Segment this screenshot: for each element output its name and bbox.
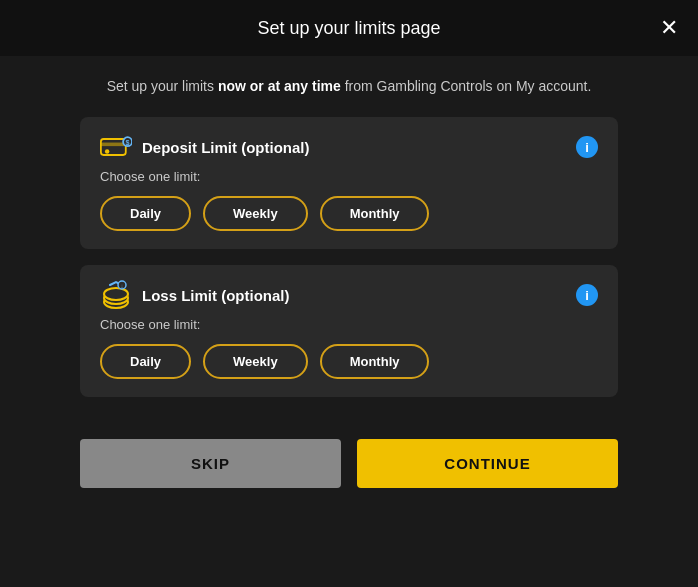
loss-weekly-button[interactable]: Weekly [203, 344, 308, 379]
modal-content: Set up your limits now or at any time fr… [0, 56, 698, 429]
close-button[interactable]: ✕ [660, 17, 678, 39]
deposit-limit-buttons: Daily Weekly Monthly [100, 196, 598, 231]
deposit-info-button[interactable]: i [576, 136, 598, 158]
modal-footer: SKIP CONTINUE [0, 429, 698, 504]
loss-card-header: ↓ Loss Limit (optional) i [100, 283, 598, 307]
intro-text-after: from Gambling Controls on My account. [341, 78, 592, 94]
loss-daily-button[interactable]: Daily [100, 344, 191, 379]
deposit-monthly-button[interactable]: Monthly [320, 196, 430, 231]
svg-text:$: $ [126, 139, 130, 147]
continue-button[interactable]: CONTINUE [357, 439, 618, 488]
loss-card-title: Loss Limit (optional) [142, 287, 290, 304]
loss-monthly-button[interactable]: Monthly [320, 344, 430, 379]
intro-text: Set up your limits now or at any time fr… [107, 76, 592, 97]
deposit-card-header: $ Deposit Limit (optional) i [100, 135, 598, 159]
deposit-card-title: Deposit Limit (optional) [142, 139, 309, 156]
loss-icon-svg: ↓ [100, 280, 132, 310]
svg-rect-1 [101, 143, 126, 147]
deposit-daily-button[interactable]: Daily [100, 196, 191, 231]
loss-title-row: ↓ Loss Limit (optional) [100, 283, 290, 307]
deposit-title-row: $ Deposit Limit (optional) [100, 135, 309, 159]
svg-point-7 [104, 288, 128, 300]
loss-limit-buttons: Daily Weekly Monthly [100, 344, 598, 379]
svg-text:↓: ↓ [121, 283, 124, 289]
loss-icon: ↓ [100, 283, 132, 307]
page-title: Set up your limits page [257, 18, 440, 39]
intro-text-bold: now or at any time [218, 78, 341, 94]
modal-header: Set up your limits page ✕ [0, 0, 698, 56]
deposit-icon: $ [100, 135, 132, 159]
skip-button[interactable]: SKIP [80, 439, 341, 488]
deposit-weekly-button[interactable]: Weekly [203, 196, 308, 231]
intro-text-before: Set up your limits [107, 78, 218, 94]
svg-rect-0 [101, 139, 126, 155]
loss-choose-label: Choose one limit: [100, 317, 598, 332]
svg-point-2 [105, 149, 109, 153]
loss-info-button[interactable]: i [576, 284, 598, 306]
deposit-choose-label: Choose one limit: [100, 169, 598, 184]
deposit-limit-card: $ Deposit Limit (optional) i Choose one … [80, 117, 618, 249]
deposit-icon-svg: $ [100, 135, 132, 159]
loss-limit-card: ↓ Loss Limit (optional) i Choose one lim… [80, 265, 618, 397]
